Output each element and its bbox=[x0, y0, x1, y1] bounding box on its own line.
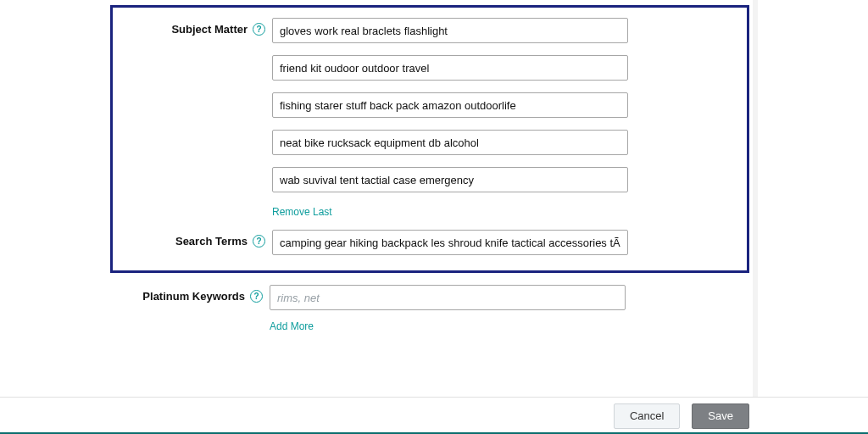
search-terms-row: Search Terms bbox=[128, 230, 732, 255]
save-button[interactable]: Save bbox=[692, 403, 749, 429]
search-terms-label: Search Terms bbox=[175, 235, 248, 248]
subject-matter-input-1[interactable] bbox=[272, 18, 628, 43]
platinum-keywords-section: Platinum Keywords Add More bbox=[110, 273, 749, 332]
platinum-keywords-input[interactable] bbox=[270, 285, 626, 310]
help-icon[interactable] bbox=[253, 23, 265, 36]
search-terms-input[interactable] bbox=[272, 230, 628, 255]
footer-bar: Cancel Save bbox=[0, 397, 868, 434]
subject-matter-label-col: Subject Matter bbox=[128, 18, 272, 36]
subject-matter-input-2[interactable] bbox=[272, 55, 628, 81]
platinum-keywords-row: Platinum Keywords Add More bbox=[125, 285, 734, 332]
help-icon[interactable] bbox=[253, 235, 265, 248]
add-more-link[interactable]: Add More bbox=[270, 320, 734, 332]
subject-matter-input-3[interactable] bbox=[272, 92, 628, 118]
subject-matter-row: Subject Matter Remove Last bbox=[128, 18, 732, 218]
subject-matter-input-4[interactable] bbox=[272, 130, 628, 155]
subject-matter-input-5[interactable] bbox=[272, 167, 628, 192]
right-gutter bbox=[753, 0, 758, 397]
search-terms-label-col: Search Terms bbox=[128, 230, 272, 248]
search-terms-field bbox=[272, 230, 732, 255]
platinum-keywords-label: Platinum Keywords bbox=[142, 290, 245, 303]
subject-matter-fields: Remove Last bbox=[272, 18, 732, 218]
platinum-keywords-label-col: Platinum Keywords bbox=[125, 285, 270, 303]
page-root: Subject Matter Remove Last bbox=[0, 0, 868, 434]
subject-matter-label: Subject Matter bbox=[171, 23, 248, 36]
highlight-box: Subject Matter Remove Last bbox=[110, 5, 749, 273]
remove-last-link[interactable]: Remove Last bbox=[272, 206, 732, 218]
content-area: Subject Matter Remove Last bbox=[0, 0, 868, 341]
help-icon[interactable] bbox=[250, 290, 263, 303]
cancel-button[interactable]: Cancel bbox=[614, 403, 680, 429]
platinum-keywords-field: Add More bbox=[270, 285, 734, 332]
